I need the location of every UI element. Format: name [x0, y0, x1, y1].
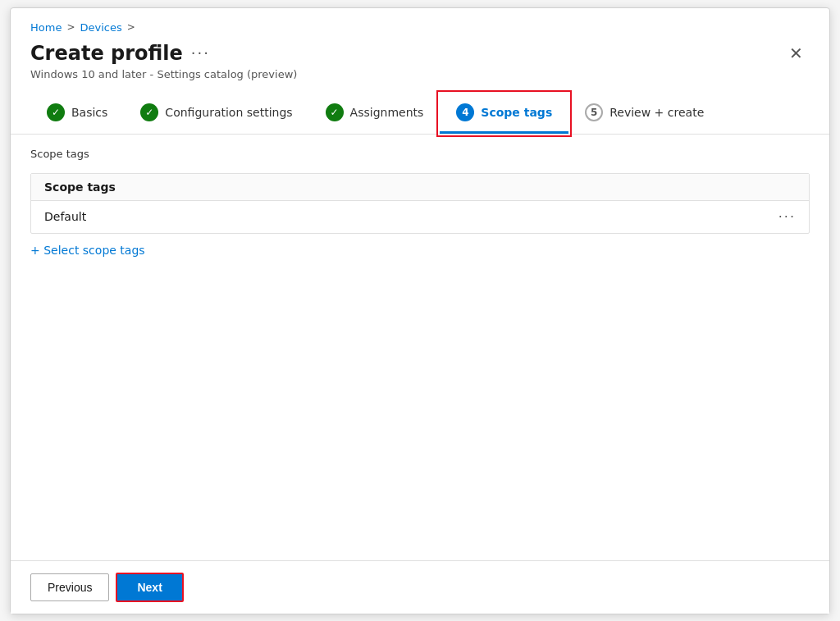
- tab-review-create[interactable]: 5 Review + create: [568, 94, 720, 134]
- close-button[interactable]: ✕: [783, 42, 810, 65]
- breadcrumb: Home > Devices >: [30, 21, 810, 34]
- modal-title: Create profile: [30, 42, 183, 65]
- tab-scope-circle: 4: [456, 103, 474, 121]
- create-profile-modal: Home > Devices > Create profile ··· ✕ Wi…: [10, 7, 830, 614]
- footer: Previous Next: [11, 560, 829, 614]
- scope-tags-table: Scope tags Default ···: [30, 173, 810, 234]
- breadcrumb-sep2: >: [127, 21, 135, 33]
- tab-basics-label: Basics: [71, 106, 107, 119]
- row-more-button[interactable]: ···: [778, 209, 796, 225]
- next-button[interactable]: Next: [116, 573, 183, 602]
- tab-assignments-circle: ✓: [326, 103, 344, 121]
- modal-title-left: Create profile ···: [30, 42, 210, 65]
- previous-button[interactable]: Previous: [30, 573, 109, 601]
- content-area: Scope tags Scope tags Default ··· + Sele…: [11, 135, 829, 560]
- modal-header: Home > Devices > Create profile ··· ✕ Wi…: [11, 8, 829, 94]
- tab-configuration-settings[interactable]: ✓ Configuration settings: [124, 94, 308, 134]
- tab-basics-circle: ✓: [47, 103, 65, 121]
- tab-assignments[interactable]: ✓ Assignments: [309, 94, 441, 134]
- tab-scope-tags[interactable]: 4 Scope tags: [440, 94, 568, 134]
- scope-tag-name: Default: [44, 210, 86, 223]
- modal-title-row: Create profile ··· ✕: [30, 42, 810, 65]
- modal-subtitle: Windows 10 and later - Settings catalog …: [30, 68, 810, 80]
- tab-config-circle: ✓: [140, 103, 158, 121]
- section-title: Scope tags: [30, 148, 810, 160]
- tab-scope-label: Scope tags: [481, 106, 552, 119]
- tabs-row: ✓ Basics ✓ Configuration settings ✓ Assi…: [11, 94, 829, 135]
- tab-review-label: Review + create: [609, 106, 704, 119]
- breadcrumb-devices[interactable]: Devices: [80, 21, 121, 34]
- breadcrumb-sep1: >: [66, 21, 75, 33]
- more-options-button[interactable]: ···: [191, 44, 210, 62]
- tab-assignments-label: Assignments: [350, 106, 424, 119]
- tab-review-circle: 5: [585, 103, 603, 121]
- table-header: Scope tags: [31, 174, 809, 201]
- breadcrumb-home[interactable]: Home: [30, 21, 62, 34]
- tab-basics[interactable]: ✓ Basics: [30, 94, 124, 134]
- tab-config-label: Configuration settings: [165, 106, 292, 119]
- table-row: Default ···: [31, 201, 809, 233]
- select-scope-tags-link[interactable]: + Select scope tags: [30, 244, 145, 257]
